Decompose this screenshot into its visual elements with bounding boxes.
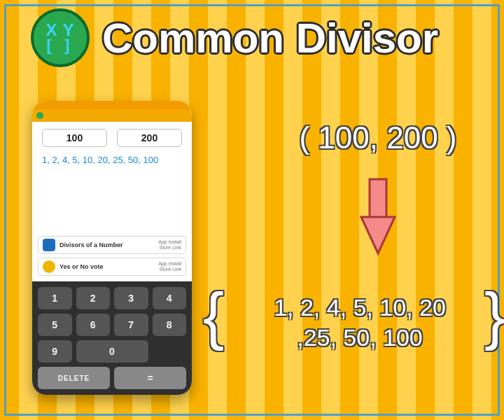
arrow-down-icon	[357, 175, 399, 259]
key-0[interactable]: 0	[76, 340, 148, 363]
result-line1: 1, 2, 4, 5, 10, 20	[274, 294, 446, 321]
phone-status-bar	[32, 101, 192, 109]
input-b-field[interactable]: 200	[117, 129, 182, 147]
input-a-field[interactable]: 100	[42, 129, 107, 147]
key-2[interactable]: 2	[76, 287, 111, 309]
ad-sub: App InstallStore Link	[158, 239, 181, 250]
phone-inputs: 100 200	[32, 122, 192, 154]
key-3[interactable]: 3	[114, 287, 148, 309]
ad-title: Yes or No vote	[59, 263, 158, 270]
key-6[interactable]: 6	[76, 314, 111, 336]
phone-ads: Divisors of a Number App InstallStore Li…	[32, 236, 192, 281]
key-8[interactable]: 8	[153, 314, 187, 336]
ad-app-icon	[43, 260, 55, 273]
brace-right-icon: }	[484, 280, 504, 352]
app-logo-icon: X Y [ ]	[31, 8, 90, 67]
ad-title: Divisors of a Number	[59, 241, 158, 248]
phone-divisors-output: 1, 2, 4, 5, 10, 20, 25, 50, 100	[32, 154, 192, 167]
ad-app-icon	[43, 239, 55, 251]
header: X Y [ ] Common Divisor	[0, 8, 504, 67]
keypad: 1 2 3 4 5 6 7 8 9 0 DELETE =	[32, 281, 192, 395]
svg-rect-0	[370, 179, 386, 218]
key-equals[interactable]: =	[114, 367, 186, 389]
key-5[interactable]: 5	[38, 314, 72, 336]
ad-item[interactable]: Yes or No vote App InstallStore Link	[38, 258, 186, 276]
key-4[interactable]: 4	[153, 287, 187, 309]
phone-app-bar	[32, 109, 192, 122]
phone-mockup: 100 200 1, 2, 4, 5, 10, 20, 25, 50, 100 …	[32, 101, 192, 395]
logo-bottom: [ ]	[47, 38, 74, 53]
key-9[interactable]: 9	[38, 340, 72, 363]
ad-sub: App InstallStore Link	[158, 261, 181, 272]
phone-app-logo-icon	[36, 112, 43, 119]
ad-item[interactable]: Divisors of a Number App InstallStore Li…	[38, 236, 186, 254]
input-pair-display: ( 100, 200 )	[273, 120, 483, 155]
result-line2: ,25, 50, 100	[297, 324, 423, 351]
key-1[interactable]: 1	[38, 287, 72, 309]
key-7[interactable]: 7	[114, 314, 148, 336]
key-delete[interactable]: DELETE	[38, 367, 110, 389]
svg-marker-1	[361, 217, 395, 253]
result-set: 1, 2, 4, 5, 10, 20 ,25, 50, 100	[220, 293, 500, 352]
page-title: Common Divisor	[102, 14, 438, 62]
